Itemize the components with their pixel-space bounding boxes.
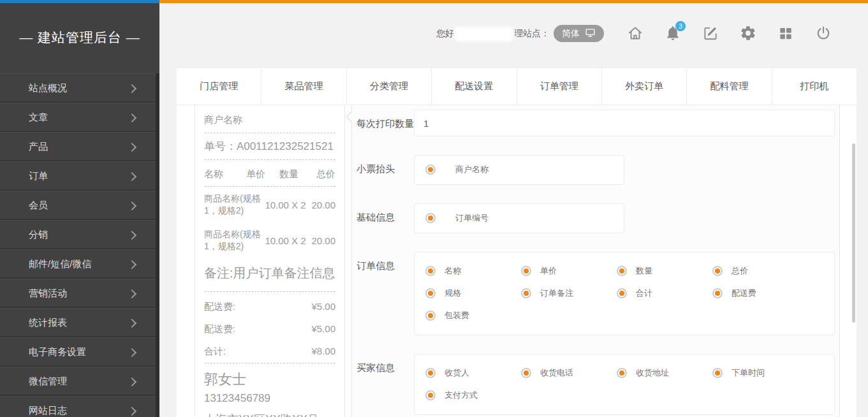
sidebar-item[interactable]: 统计报表 [0,308,159,337]
edit-icon[interactable] [702,25,719,41]
tab[interactable]: 订单管理 [517,68,602,105]
settings-section: 基础信息 订单编号 [357,203,839,233]
radio-option[interactable]: 配送费 [712,288,808,299]
radio-option[interactable]: 数量 [617,265,712,277]
chevron-right-icon [128,230,136,239]
monitor-icon [585,27,596,40]
tab[interactable]: 菜品管理 [261,68,346,105]
radio-selected-icon[interactable] [425,390,436,400]
radio-option[interactable]: 包装费 [425,310,521,321]
radio-option[interactable]: 单价 [521,265,617,277]
tab[interactable]: 外卖订单 [602,68,687,105]
sidebar-item[interactable]: 产品 [0,132,159,161]
radio-selected-icon[interactable] [521,266,531,276]
radio-selected-icon[interactable] [712,288,723,298]
chevron-right-icon [128,260,136,268]
radio-option[interactable]: 订单备注 [521,288,617,299]
chevron-right-icon [128,172,136,180]
sidebar-item[interactable]: 订单 [0,161,159,191]
sidebar-item-label: 网站日志 [29,405,129,417]
sidebar-item-label: 会员 [29,200,129,212]
radio-selected-icon[interactable] [712,368,723,378]
radio-selected-icon[interactable] [425,165,436,175]
radio-option[interactable]: 收货人 [425,367,521,379]
sidebar-item[interactable]: 会员 [0,191,159,220]
sidebar-item[interactable]: 站点概况 [0,73,159,103]
radio-option[interactable]: 名称 [425,265,521,277]
tab-label: 外卖订单 [625,80,663,92]
tab[interactable]: 门店管理 [177,68,261,105]
radio-option[interactable]: 支付方式 [425,390,521,401]
sidebar-item-label: 统计报表 [29,317,129,329]
radio-option[interactable]: 商户名称 [425,164,489,175]
bell-icon[interactable]: 3 [665,25,681,41]
settings-section: 买家信息 收货人 收货电话 收货地址 下单时间 支付方式 [357,354,839,415]
radio-option[interactable]: 合计 [617,288,712,299]
section-label: 买家信息 [357,354,414,415]
greeting-text: 您好 [436,28,454,40]
header-icon-bar: 3 [627,25,832,41]
tab[interactable]: 分类管理 [347,68,432,105]
radio-option[interactable]: 规格 [425,288,521,299]
tab-label: 门店管理 [200,80,238,92]
receipt-column-headers: 名称 单价 数量 总价 [204,160,335,186]
tab[interactable]: 配料管理 [687,68,772,105]
radio-selected-icon[interactable] [425,266,436,276]
home-icon[interactable] [627,25,644,41]
option-row: 支付方式 [415,384,834,407]
radio-selected-icon[interactable] [617,368,627,378]
sidebar-item[interactable]: 网站日志 [0,396,159,417]
radio-selected-icon[interactable] [425,311,436,321]
print-count-input[interactable] [414,110,835,136]
radio-option[interactable]: 下单时间 [712,367,808,379]
radio-option[interactable]: 订单编号 [425,212,489,224]
grid-icon[interactable] [777,25,794,41]
sidebar-item[interactable]: 分销 [0,220,159,249]
radio-option-label: 收货人 [445,367,469,379]
radio-option-label: 下单时间 [732,367,765,379]
option-row: 收货人 收货电话 收货地址 下单时间 [415,362,834,384]
content-scrollbar[interactable] [852,143,855,323]
settings-section: 订单信息 名称 单价 数量 总价 规格 订单备注 合计 配送费 包装费 [357,252,839,335]
chevron-right-icon [128,348,136,356]
radio-selected-icon[interactable] [521,368,531,378]
option-row: 包装费 [415,305,834,327]
option-row: 订单编号 [415,207,624,230]
app-title: — 建站管理后台 — [0,29,159,47]
tab-label: 订单管理 [540,80,578,92]
item-total: 20.00 [307,200,335,210]
radio-selected-icon[interactable] [425,288,436,298]
radio-option-label: 收货电话 [540,367,573,379]
sidebar-item[interactable]: 电子商务设置 [0,337,159,367]
sidebar-item-label: 营销活动 [29,288,129,300]
radio-selected-icon[interactable] [425,213,436,223]
radio-selected-icon[interactable] [521,288,531,298]
sidebar-item[interactable]: 邮件/短信/微信 [0,249,159,279]
sidebar-item-label: 站点概况 [29,82,129,94]
tab-label: 打印机 [800,80,828,92]
redacted-username [455,27,513,41]
radio-selected-icon[interactable] [617,266,627,276]
gear-icon[interactable] [740,25,756,41]
manage-site-label: 理站点： [514,28,550,40]
radio-option-label: 规格 [445,288,461,299]
radio-option[interactable]: 总价 [712,265,808,277]
receipt-item-row: 商品名称(规格1，规格2) 10.00 X 2 20.00 [204,187,335,223]
option-row: 名称 单价 数量 总价 [415,260,834,282]
sidebar-item[interactable]: 营销活动 [0,279,159,308]
sidebar-scrollbar[interactable] [156,73,159,417]
radio-selected-icon[interactable] [617,288,627,298]
sidebar-item[interactable]: 微信管理 [0,367,159,396]
radio-selected-icon[interactable] [712,266,723,276]
tab[interactable]: 打印机 [772,68,857,105]
radio-option[interactable]: 收货地址 [617,367,712,379]
power-icon[interactable] [815,25,832,41]
chevron-right-icon [128,201,136,210]
radio-selected-icon[interactable] [425,368,436,378]
sidebar-item[interactable]: 文章 [0,103,159,132]
radio-option[interactable]: 收货电话 [521,367,617,379]
language-button[interactable]: 简体 [554,25,604,42]
tab[interactable]: 配送设置 [432,68,517,105]
receipt-fee-row: 合计: ¥8.00 [204,340,335,363]
option-row: 规格 订单备注 合计 配送费 [415,282,834,305]
